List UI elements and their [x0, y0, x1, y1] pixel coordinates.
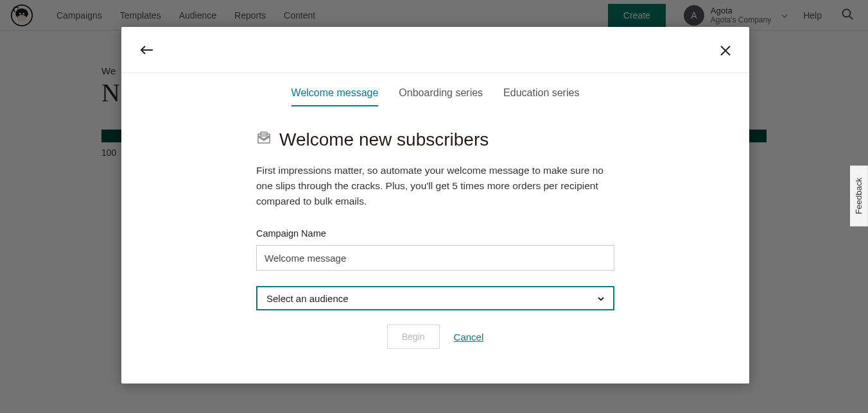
- modal-header: [121, 27, 749, 73]
- begin-button[interactable]: Begin: [387, 324, 440, 349]
- campaign-name-input[interactable]: [256, 245, 614, 271]
- campaign-name-label: Campaign Name: [256, 228, 614, 239]
- feedback-tab[interactable]: Feedback: [850, 165, 868, 226]
- modal-content: Welcome new subscribers First impression…: [121, 106, 749, 349]
- tab-education-series[interactable]: Education series: [503, 87, 579, 106]
- cancel-link[interactable]: Cancel: [454, 332, 484, 342]
- title-row: Welcome new subscribers: [256, 130, 614, 150]
- modal-tabs: Welcome message Onboarding series Educat…: [121, 87, 749, 106]
- audience-select[interactable]: Select an audience: [256, 286, 614, 310]
- back-arrow-icon[interactable]: [139, 45, 153, 58]
- modal-body: Welcome message Onboarding series Educat…: [121, 73, 749, 349]
- modal-actions: Begin Cancel: [256, 324, 614, 349]
- close-icon[interactable]: [720, 45, 731, 59]
- modal-description: First impressions matter, so automate yo…: [256, 163, 614, 209]
- audience-select-text: Select an audience: [266, 293, 349, 304]
- automation-modal: Welcome message Onboarding series Educat…: [121, 27, 749, 384]
- modal-heading: Welcome new subscribers: [279, 130, 489, 150]
- tab-onboarding-series[interactable]: Onboarding series: [399, 87, 483, 106]
- chevron-down-icon: [598, 294, 604, 302]
- tab-welcome-message[interactable]: Welcome message: [291, 87, 379, 106]
- envelope-icon: [256, 131, 272, 149]
